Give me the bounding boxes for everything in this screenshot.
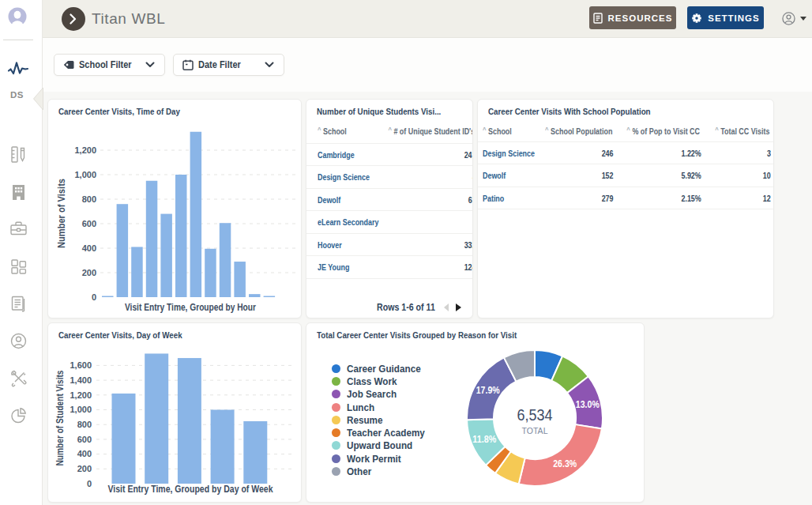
- slice-percent-label: 13.0%: [576, 398, 600, 410]
- donut-total-value: 6,534: [517, 406, 553, 424]
- bar[interactable]: [249, 294, 261, 297]
- column-header[interactable]: ^School Population: [545, 126, 612, 136]
- account-caret-icon[interactable]: [800, 17, 806, 21]
- settings-button[interactable]: SETTINGS: [687, 6, 764, 29]
- table-row[interactable]: Dewolf63: [306, 188, 473, 211]
- bar[interactable]: [112, 394, 136, 484]
- column-header[interactable]: ^Total CC Visits: [715, 126, 769, 136]
- user-avatar[interactable]: [7, 6, 28, 28]
- y-axis-title: Number of Visits: [55, 179, 67, 248]
- legend-dot: [332, 467, 340, 476]
- column-header[interactable]: ^School: [483, 126, 512, 136]
- pie-chart-icon[interactable]: [9, 406, 28, 424]
- table-row[interactable]: JE Young124: [306, 255, 473, 278]
- cell-value: 1: [472, 217, 473, 227]
- app-root: DS Titan WBL RESOURCES: [0, 0, 812, 505]
- table-row[interactable]: Dewolf1525.92%10: [478, 164, 774, 187]
- table-row[interactable]: eLearn Secondary1: [306, 210, 473, 233]
- tools-icon[interactable]: [9, 369, 28, 387]
- bar[interactable]: [178, 358, 201, 484]
- bar[interactable]: [175, 175, 187, 297]
- bar[interactable]: [243, 421, 267, 484]
- legend-item[interactable]: Other: [332, 465, 434, 477]
- legend-label: Career Guidance: [347, 363, 421, 375]
- legend-dot: [332, 441, 340, 450]
- legend-item[interactable]: Lunch: [332, 401, 434, 413]
- previous-page-icon[interactable]: [444, 303, 449, 311]
- school-filter-dropdown[interactable]: School Filter: [54, 54, 165, 76]
- y-tick-label: 400: [77, 449, 92, 458]
- y-tick-label: 200: [77, 464, 92, 473]
- sort-caret-icon: ^: [545, 126, 548, 135]
- bar[interactable]: [190, 132, 202, 297]
- table-row[interactable]: Hoover332: [306, 233, 473, 256]
- legend-item[interactable]: Teacher Academy: [332, 426, 434, 439]
- legend-label: Other: [347, 465, 371, 477]
- bar[interactable]: [205, 249, 216, 297]
- expand-nav-button[interactable]: [62, 7, 85, 31]
- table-row[interactable]: Design Science2461.22%3: [478, 141, 774, 164]
- column-header[interactable]: ^# of Unique Student ID's: [388, 126, 473, 136]
- table-row[interactable]: Design Science4: [306, 165, 473, 188]
- cell-value: 241: [464, 150, 473, 160]
- active-item-notch: [32, 87, 43, 111]
- bar[interactable]: [264, 296, 276, 298]
- bar[interactable]: [234, 262, 246, 297]
- legend-item[interactable]: Job Search: [332, 388, 434, 401]
- next-page-icon[interactable]: [456, 303, 461, 311]
- legend-item[interactable]: Career Guidance: [332, 362, 434, 375]
- y-tick-label: 1,000: [70, 405, 92, 414]
- column-header[interactable]: ^% of Pop to Visit CC: [626, 126, 700, 136]
- table-row[interactable]: Cambridge241: [306, 143, 473, 166]
- date-filter-label: Date Filter: [198, 59, 241, 70]
- x-axis-title: Visit Entry Time, Grouped by Hour: [125, 301, 256, 313]
- gear-icon: [691, 13, 702, 24]
- legend-item[interactable]: Work Permit: [332, 452, 434, 465]
- cell-value: 4: [472, 172, 473, 182]
- slice-percent-label: 11.8%: [472, 433, 496, 445]
- sort-caret-icon: ^: [626, 126, 630, 135]
- bar[interactable]: [145, 353, 168, 484]
- column-header[interactable]: ^School: [318, 126, 347, 136]
- legend-label: Upward Bound: [347, 439, 412, 451]
- bar[interactable]: [211, 410, 235, 484]
- user-circle-icon[interactable]: [9, 332, 28, 350]
- bar[interactable]: [146, 181, 158, 297]
- top-header: Titan WBL RESOURCES SETTINGS: [43, 0, 812, 38]
- legend-item[interactable]: Class Work: [332, 375, 434, 387]
- account-menu-icon[interactable]: [782, 12, 795, 25]
- document-icon: [593, 13, 603, 24]
- cell-value: 332: [464, 240, 473, 250]
- calendar-icon: [182, 59, 194, 70]
- y-tick-label: 0: [92, 292, 96, 302]
- ruler-pencil-icon[interactable]: [9, 145, 28, 164]
- bar-chart-time-of-day: 02004006008001,0001,200Number of VisitsV…: [48, 100, 302, 318]
- report-document-icon[interactable]: [9, 295, 28, 313]
- date-filter-dropdown[interactable]: Date Filter: [173, 54, 284, 76]
- activity-pulse-icon[interactable]: [7, 60, 29, 79]
- bar[interactable]: [102, 296, 114, 298]
- building-icon[interactable]: [9, 183, 28, 202]
- filter-bar: School Filter Date Filter: [43, 38, 812, 92]
- card-title: Number of Unique Students Visi...: [317, 107, 441, 116]
- cell-value: 246: [602, 149, 614, 158]
- card-school-population-table: Career Center Visits With School Populat…: [477, 99, 774, 318]
- bar[interactable]: [131, 247, 143, 297]
- legend-item[interactable]: Resume: [332, 413, 434, 426]
- bar[interactable]: [117, 204, 129, 297]
- y-tick-label: 200: [82, 268, 96, 277]
- bar[interactable]: [220, 223, 231, 297]
- table-row[interactable]: Patino2792.15%12: [478, 187, 774, 209]
- y-tick-label: 800: [82, 194, 96, 204]
- cell-value: 1.22%: [682, 149, 701, 158]
- sidebar-divider: [3, 40, 33, 40]
- briefcase-icon[interactable]: [9, 220, 28, 238]
- legend-item[interactable]: Upward Bound: [332, 439, 434, 452]
- card-title: Total Career Center Visits Grouped by Re…: [317, 330, 517, 340]
- bar[interactable]: [160, 214, 172, 297]
- resources-button[interactable]: RESOURCES: [589, 6, 676, 29]
- dashboard-grid-icon[interactable]: [9, 258, 28, 276]
- dashboard-canvas: 02004006008001,0001,200Number of VisitsV…: [43, 92, 812, 505]
- sidebar-active-label[interactable]: DS: [10, 90, 24, 100]
- legend-label: Teacher Academy: [347, 427, 425, 439]
